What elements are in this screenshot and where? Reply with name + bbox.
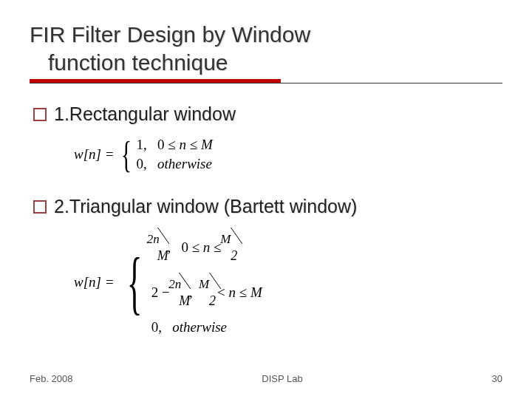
eq1-c2-cond: otherwise <box>157 156 212 171</box>
bullet-2-text: 2.Triangular window (Bartett window) <box>54 196 357 217</box>
eq2-l2-cond: < n ≤ M <box>217 284 262 300</box>
footer-date: Feb. 2008 <box>30 373 73 384</box>
bullet-box-icon <box>33 108 47 121</box>
eq2-frac-2n-m-b: 2nM <box>173 271 185 316</box>
equation-triangular: w[n] = { 2nM , 0 ≤ n ≤ M2 2 − 2nM <box>74 226 502 338</box>
eq2-l2-pre: 2 − <box>151 284 170 300</box>
eq2-lhs: w[n] = <box>74 274 115 290</box>
footer-page-number: 30 <box>492 373 502 384</box>
slide: FIR Filter Design by Window function tec… <box>0 0 532 399</box>
slide-footer: Feb. 2008 DISP Lab 30 <box>30 373 502 384</box>
eq2-frac-m-2-b: M2 <box>203 271 214 316</box>
title-line-1: FIR Filter Design by Window <box>30 22 310 47</box>
eq2-frac-2n-m: 2nM <box>151 226 164 271</box>
eq2-l3-val: 0, <box>151 319 162 335</box>
eq1-c1-cond: 0 ≤ n ≤ M <box>157 137 213 152</box>
brace-icon: { <box>120 136 131 173</box>
bullet-box-icon <box>33 200 47 214</box>
eq1-c2-val: 0, <box>137 156 147 171</box>
eq1-lhs: w[n] = <box>74 146 115 163</box>
slide-title: FIR Filter Design by Window function tec… <box>30 21 502 76</box>
eq1-c1-val: 1, <box>137 137 147 152</box>
footer-lab: DISP Lab <box>262 373 302 384</box>
bullet-1-text: 1.Rectangular window <box>54 103 236 125</box>
eq2-frac-m-2: M2 <box>225 226 235 271</box>
brace-icon: { <box>126 250 142 315</box>
bullet-1: 1.Rectangular window <box>33 103 502 125</box>
eq2-l1-cond: 0 ≤ n ≤ <box>181 239 225 255</box>
title-rule <box>30 83 502 83</box>
eq1-cases: 1, 0 ≤ n ≤ M 0, otherwise <box>137 135 213 174</box>
title-line-2: function technique <box>48 50 228 75</box>
eq2-l3-cond: otherwise <box>172 319 227 335</box>
bullet-2: 2.Triangular window (Bartett window) <box>33 196 502 217</box>
equation-rectangular: w[n] = { 1, 0 ≤ n ≤ M 0, otherwise <box>74 135 502 174</box>
eq2-cases: 2nM , 0 ≤ n ≤ M2 2 − 2nM , M2 <box>151 226 262 338</box>
